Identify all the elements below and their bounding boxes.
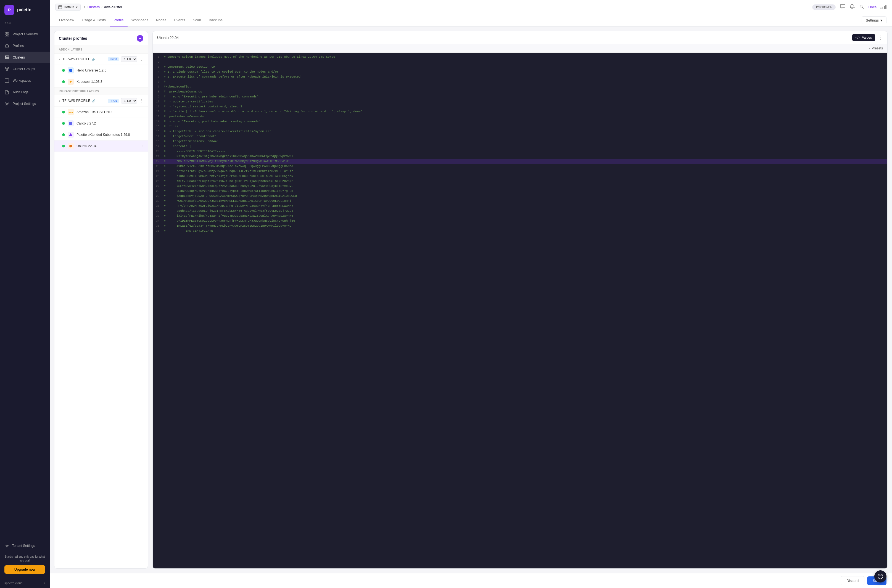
- logo-icon: P: [5, 5, 14, 15]
- addon-version-select[interactable]: 1.1.0: [121, 56, 137, 62]
- infra-more-button[interactable]: ⋮: [140, 99, 143, 103]
- settings-button[interactable]: Settings ▾: [862, 16, 886, 24]
- bell-icon[interactable]: [850, 4, 855, 10]
- sidebar-label-cluster-groups: Cluster Groups: [13, 67, 35, 71]
- right-panel: Ubuntu 22.04 </> Values ⋮ › Presets 1# S…: [152, 31, 887, 568]
- svg-rect-2: [5, 35, 7, 36]
- tab-workloads[interactable]: Workloads: [128, 14, 152, 27]
- presets-bar[interactable]: › Presets: [153, 44, 887, 53]
- more-options-button[interactable]: ⋮: [878, 34, 883, 40]
- svg-point-16: [860, 5, 862, 7]
- addon-profile-row: ▾ TF-AWS-PROFILE 🔗 PROJ 1.1.0 ⋮: [54, 54, 148, 65]
- svg-point-13: [6, 103, 8, 105]
- key-icon[interactable]: [859, 4, 864, 10]
- docs-link[interactable]: Docs: [868, 5, 877, 9]
- line-content: #: [164, 80, 887, 84]
- code-line: 21# MIICyzCCAbOgAwIBAgIBADANBgkqhkiG9w0B…: [153, 154, 887, 159]
- layer-palette-k8s[interactable]: Palette eXtended Kubernetes 1.29.8: [54, 129, 148, 141]
- sidebar-item-workspaces[interactable]: Workspaces: [0, 75, 50, 86]
- code-editor[interactable]: 1# Spectro Golden images includes most o…: [153, 53, 887, 568]
- svg-rect-12: [5, 79, 9, 82]
- code-line: 20# -----BEGIN CERTIFICATE-----: [153, 149, 887, 154]
- sidebar-item-project-overview[interactable]: Project Overview: [0, 28, 50, 40]
- status-dot-calico: [62, 122, 65, 125]
- expand-arrow[interactable]: ▾: [59, 58, 60, 61]
- sidebar-item-tenant-settings[interactable]: Tenant Settings: [0, 540, 50, 552]
- line-content: # ixl4B3fFNI+wih8/+p4xW+n3fvgqVYHJ3zo8aR…: [164, 214, 887, 219]
- addon-more-button[interactable]: ⋮: [140, 57, 143, 61]
- code-line: 7#kubeadmconfig:: [153, 85, 887, 90]
- sidebar-item-clusters[interactable]: Clusters: [0, 52, 50, 63]
- addon-section-label: ADDON LAYERS: [54, 46, 148, 54]
- infra-profile-row: ▾ TF-AWS-PROFILE 🔗 PROJ 1.1.0 ⋮: [54, 95, 148, 106]
- line-number: 2: [153, 60, 164, 64]
- collapse-sidebar-button[interactable]: <: [44, 581, 45, 585]
- layer-ubuntu[interactable]: Ubuntu 22.04 ›: [54, 141, 148, 152]
- layer-hello-universe[interactable]: Hello Universe 1.2.0: [54, 65, 148, 76]
- status-dot-palette: [62, 134, 65, 136]
- code-line: 2: [153, 60, 887, 65]
- line-number: 24: [153, 170, 164, 174]
- upgrade-text: Start small and only pay for what you us…: [5, 555, 45, 562]
- line-content: # HFv/vPPAQ2MPk02rLjWzCaNrXD7aPPgT/1uDMY…: [164, 204, 887, 209]
- code-line: 12# - 'while [ ! -S /var/run/containerd/…: [153, 110, 887, 115]
- infra-link-icon: 🔗: [92, 99, 95, 102]
- grid-icon: [5, 32, 9, 37]
- line-number: 28: [153, 189, 164, 194]
- svg-point-19: [69, 145, 72, 147]
- layer-ebs[interactable]: aws Amazon EBS CSI 1.26.1: [54, 106, 148, 118]
- code-line: 23# AxMKa3ViZXJuZXRlczCCASIwDQYJKoZIhvcN…: [153, 164, 887, 169]
- layer-kubecost[interactable]: Kubecost 1.103.3: [54, 76, 148, 87]
- line-content: # targetOwner: "root:root": [164, 135, 887, 139]
- sidebar-label-audit-logs: Audit Logs: [13, 90, 29, 94]
- line-number: 27: [153, 184, 164, 189]
- workspace-selector[interactable]: Default ▾: [55, 4, 81, 11]
- line-content: # AxMKa3ViZXJuZXRlczCCASIwDQYJKoZIhvcNAQ…: [164, 165, 887, 169]
- tab-profile[interactable]: Profile: [110, 14, 128, 27]
- tab-events[interactable]: Events: [170, 14, 189, 27]
- gear-icon: [5, 101, 9, 106]
- code-line: 22# cm5ldGVzMXDTIwMDkyMjIzNDMyMloXDTMwMD…: [153, 159, 887, 164]
- addon-profile-tag: PROJ: [108, 57, 119, 61]
- chat-button[interactable]: [874, 570, 886, 582]
- code-line: 34# b+IDLmHPEGsY9KOZ9VLLPcPhx5FR9njFyXvD…: [153, 219, 887, 224]
- line-content: # - 'systemctl restart containerd; sleep…: [164, 105, 887, 110]
- code-line: 26# fbLt7DH3WoT6tLcQefTta2K+957zJKcIgLmB…: [153, 179, 887, 184]
- tab-scan[interactable]: Scan: [189, 14, 205, 27]
- values-button[interactable]: </> Values: [852, 34, 875, 41]
- sidebar-item-audit-logs[interactable]: Audit Logs: [0, 86, 50, 98]
- line-number: 17: [153, 135, 164, 139]
- tab-overview[interactable]: Overview: [55, 14, 78, 27]
- line-number: 22: [153, 159, 164, 164]
- line-number: 26: [153, 179, 164, 184]
- sidebar-item-project-settings[interactable]: Project Settings: [0, 98, 50, 110]
- left-panel: Cluster profiles + ADDON LAYERS ▾ TF-AWS…: [54, 31, 148, 568]
- breadcrumb-sep: /: [84, 5, 85, 9]
- nav-items: Project Overview Profiles: [0, 26, 50, 540]
- sidebar: P palette 4.4.19 Project Overview: [0, 0, 50, 588]
- line-number: 34: [153, 219, 164, 224]
- line-number: 36: [153, 229, 164, 234]
- layer-calico[interactable]: Calico 3.27.2: [54, 118, 148, 129]
- code-line: 14# - echo "Executing post kube admin co…: [153, 120, 887, 124]
- infra-expand-arrow[interactable]: ▾: [59, 99, 60, 102]
- discard-button[interactable]: Discard: [841, 576, 864, 585]
- sidebar-item-profiles[interactable]: Profiles: [0, 40, 50, 52]
- bar4: [885, 5, 886, 9]
- breadcrumb-clusters[interactable]: Clusters: [87, 5, 100, 9]
- infra-version-select[interactable]: 1.1.0: [121, 98, 137, 104]
- upgrade-button[interactable]: Upgrade now: [5, 566, 45, 574]
- code-line: 29# jZqpLdbBVjo0NZBTJFUCAweEAAaMmMCQwDgY…: [153, 194, 887, 199]
- layers-icon: [5, 44, 9, 48]
- chat-icon[interactable]: [840, 4, 845, 10]
- sidebar-item-cluster-groups[interactable]: Cluster Groups: [0, 63, 50, 75]
- add-profile-button[interactable]: +: [137, 35, 143, 42]
- addon-profile-name: TF-AWS-PROFILE 🔗: [62, 57, 106, 61]
- tab-nodes[interactable]: Nodes: [152, 14, 170, 27]
- tab-usage-costs[interactable]: Usage & Costs: [78, 14, 110, 27]
- code-line: 32# g8uhnpa/tGsaq08LOFj6zsInKrsXSbE6YMY6…: [153, 209, 887, 214]
- workspace-icon: [5, 78, 9, 83]
- line-number: 13: [153, 115, 164, 119]
- line-number: 30: [153, 200, 164, 204]
- tab-backups[interactable]: Backups: [205, 14, 227, 27]
